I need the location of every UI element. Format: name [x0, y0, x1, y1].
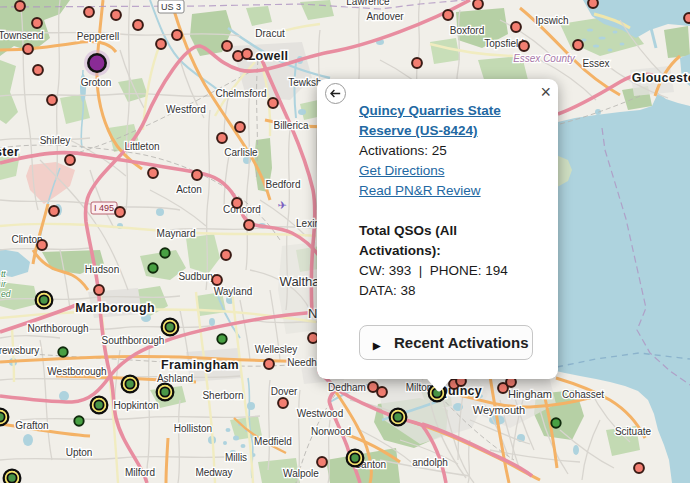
- svg-text:tt: tt: [1, 269, 6, 279]
- svg-text:Medfield: Medfield: [254, 436, 292, 447]
- svg-text:Southborough: Southborough: [102, 335, 165, 346]
- svg-text:Ashland: Ashland: [157, 373, 193, 384]
- svg-text:Andover: Andover: [366, 11, 404, 22]
- svg-text:I 495: I 495: [94, 203, 114, 213]
- svg-text:Leominster: Leominster: [0, 145, 19, 159]
- svg-text:Dover: Dover: [271, 386, 298, 397]
- svg-text:US 3: US 3: [161, 2, 181, 12]
- svg-text:Scituate: Scituate: [615, 426, 652, 437]
- svg-text:Wayland: Wayland: [214, 286, 253, 297]
- svg-text:Shirley: Shirley: [40, 135, 71, 146]
- svg-text:Westwood: Westwood: [297, 408, 344, 419]
- svg-text:Hudson: Hudson: [85, 264, 119, 275]
- svg-text:Walpole: Walpole: [283, 468, 319, 479]
- svg-text:Boxford: Boxford: [450, 25, 484, 36]
- svg-text:Northborough: Northborough: [27, 323, 88, 334]
- svg-text:Littleton: Littleton: [124, 141, 159, 152]
- svg-text:Hopkinton: Hopkinton: [113, 400, 158, 411]
- svg-text:Pepperell: Pepperell: [77, 31, 119, 42]
- svg-text:Topsfield: Topsfield: [484, 38, 523, 49]
- svg-text:Billerica: Billerica: [273, 120, 308, 131]
- svg-text:Ipswich: Ipswich: [535, 15, 568, 26]
- svg-text:Westborough: Westborough: [47, 366, 106, 377]
- svg-text:rewsbury: rewsbury: [0, 345, 39, 356]
- svg-text:Carlisle: Carlisle: [224, 147, 258, 158]
- svg-text:Townsend: Townsend: [0, 30, 44, 41]
- svg-text:Essex: Essex: [582, 58, 609, 69]
- svg-text:ed: ed: [1, 289, 11, 299]
- svg-text:Cohasset: Cohasset: [562, 389, 604, 400]
- svg-text:Marlborough: Marlborough: [75, 301, 155, 315]
- svg-text:Maynard: Maynard: [157, 228, 196, 239]
- svg-text:Essex County: Essex County: [513, 53, 576, 64]
- svg-text:Grafton: Grafton: [15, 420, 48, 431]
- svg-text:Holliston: Holliston: [174, 423, 212, 434]
- svg-text:Acton: Acton: [176, 184, 202, 195]
- svg-text:andolph: andolph: [412, 457, 448, 468]
- svg-text:Milford: Milford: [125, 467, 155, 478]
- svg-text:Bedford: Bedford: [265, 179, 300, 190]
- svg-text:Norwood: Norwood: [311, 426, 351, 437]
- svg-text:Sudbury: Sudbury: [178, 271, 215, 282]
- svg-text:✈: ✈: [277, 199, 286, 211]
- svg-text:Gloucester: Gloucester: [632, 71, 690, 85]
- svg-text:Hingham: Hingham: [508, 388, 552, 400]
- svg-text:Lawrence: Lawrence: [346, 0, 390, 7]
- svg-text:Chelmsford: Chelmsford: [215, 88, 266, 99]
- svg-text:Westford: Westford: [166, 104, 206, 115]
- svg-text:Dracut: Dracut: [255, 28, 285, 39]
- svg-text:Millis: Millis: [225, 452, 247, 463]
- svg-text:Wellesley: Wellesley: [255, 344, 298, 355]
- svg-text:Groton: Groton: [81, 77, 112, 88]
- svg-text:Framingham: Framingham: [161, 358, 239, 372]
- svg-text:Upton: Upton: [66, 447, 93, 458]
- svg-text:Lowell: Lowell: [248, 49, 289, 63]
- svg-text:Dedham: Dedham: [328, 382, 366, 393]
- svg-text:Sherborn: Sherborn: [202, 390, 243, 401]
- svg-text:Weymouth: Weymouth: [473, 404, 525, 416]
- svg-text:Medway: Medway: [195, 467, 232, 478]
